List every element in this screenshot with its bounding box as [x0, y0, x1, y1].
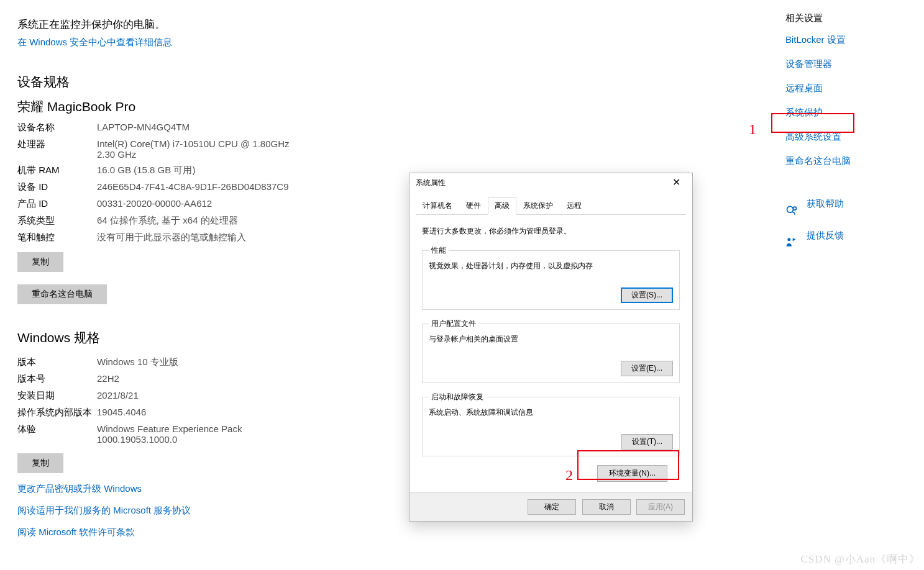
change-product-key-link[interactable]: 更改产品密钥或升级 Windows	[17, 483, 403, 495]
label-product-id: 产品 ID	[17, 196, 97, 212]
value-experience: Windows Feature Experience Pack 1000.190…	[97, 421, 258, 447]
tab-advanced[interactable]: 高级	[488, 197, 516, 215]
value-install-date: 2021/8/21	[97, 387, 258, 404]
value-edition: Windows 10 专业版	[97, 354, 258, 371]
help-icon	[785, 204, 798, 217]
value-build: 19045.4046	[97, 404, 258, 421]
value-cpu: Intel(R) Core(TM) i7-10510U CPU @ 1.80GH…	[97, 136, 296, 162]
security-center-link[interactable]: 在 Windows 安全中心中查看详细信息	[17, 37, 172, 48]
tab-remote[interactable]: 远程	[560, 197, 588, 215]
advanced-system-settings-link[interactable]: 高级系统设置	[785, 131, 910, 143]
device-product-name: 荣耀 MagicBook Pro	[17, 98, 403, 115]
user-profile-group: 用户配置文件 与登录帐户相关的桌面设置 设置(E)...	[422, 319, 680, 383]
label-version: 版本号	[17, 371, 97, 387]
label-device-id: 设备 ID	[17, 179, 97, 196]
rename-pc-button[interactable]: 重命名这台电脑	[17, 284, 107, 304]
label-install-date: 安装日期	[17, 387, 97, 404]
system-properties-dialog: 系统属性 ✕ 计算机名 硬件 高级 系统保护 远程 要进行大多数更改，你必须作为…	[409, 173, 693, 522]
system-protection-link[interactable]: 系统保护	[785, 107, 910, 119]
svg-point-1	[794, 207, 797, 210]
value-product-id: 00331-20020-00000-AA612	[97, 196, 296, 212]
label-ram: 机带 RAM	[17, 162, 97, 179]
label-system-type: 系统类型	[17, 212, 97, 229]
watermark: CSDN @小Aan《啊中》	[800, 552, 920, 566]
performance-desc: 视觉效果，处理器计划，内存使用，以及虚拟内存	[429, 261, 673, 271]
environment-variables-button[interactable]: 环境变量(N)...	[597, 465, 667, 482]
label-edition: 版本	[17, 354, 97, 371]
give-feedback-link[interactable]: 提供反馈	[807, 230, 844, 242]
device-spec-heading: 设备规格	[17, 73, 403, 91]
label-build: 操作系统内部版本	[17, 404, 97, 421]
annotation-label-2: 2	[565, 467, 573, 484]
tab-system-protection[interactable]: 系统保护	[516, 197, 560, 215]
device-manager-link[interactable]: 设备管理器	[785, 58, 910, 70]
svg-point-2	[787, 238, 790, 241]
label-device-name: 设备名称	[17, 119, 97, 136]
label-pen-touch: 笔和触控	[17, 229, 97, 246]
value-device-name: LAPTOP-MN4GQ4TM	[97, 119, 296, 136]
bitlocker-link[interactable]: BitLocker 设置	[785, 34, 910, 46]
user-profile-legend: 用户配置文件	[429, 319, 478, 329]
close-icon[interactable]: ✕	[664, 177, 688, 188]
tab-computer-name[interactable]: 计算机名	[416, 197, 459, 215]
rename-pc-link[interactable]: 重命名这台电脑	[785, 155, 910, 167]
startup-recovery-settings-button[interactable]: 设置(T)...	[621, 434, 673, 450]
startup-recovery-legend: 启动和故障恢复	[429, 392, 486, 402]
apply-button[interactable]: 应用(A)	[636, 499, 685, 515]
performance-settings-button[interactable]: 设置(S)...	[621, 287, 673, 303]
user-profile-settings-button[interactable]: 设置(E)...	[621, 361, 673, 376]
copy-windows-spec-button[interactable]: 复制	[17, 453, 63, 473]
cancel-button[interactable]: 取消	[582, 499, 631, 515]
related-settings-heading: 相关设置	[785, 12, 910, 24]
performance-legend: 性能	[429, 245, 449, 256]
value-pen-touch: 没有可用于此显示器的笔或触控输入	[97, 229, 296, 246]
services-agreement-link[interactable]: 阅读适用于我们服务的 Microsoft 服务协议	[17, 505, 403, 517]
startup-recovery-desc: 系统启动、系统故障和调试信息	[429, 407, 673, 418]
windows-spec-heading: Windows 规格	[17, 329, 403, 346]
remote-desktop-link[interactable]: 远程桌面	[785, 83, 910, 94]
device-spec-table: 设备名称LAPTOP-MN4GQ4TM 处理器Intel(R) Core(TM)…	[17, 119, 296, 246]
label-experience: 体验	[17, 421, 97, 447]
tab-hardware[interactable]: 硬件	[459, 197, 488, 215]
user-profile-desc: 与登录帐户相关的桌面设置	[429, 334, 673, 345]
protection-status: 系统正在监控并保护你的电脑。	[17, 17, 403, 32]
ok-button[interactable]: 确定	[528, 499, 576, 515]
value-device-id: 246E65D4-7F41-4C8A-9D1F-26BD04D837C9	[97, 179, 296, 196]
get-help-link[interactable]: 获取帮助	[807, 198, 844, 210]
dialog-title: 系统属性	[416, 178, 664, 188]
startup-recovery-group: 启动和故障恢复 系统启动、系统故障和调试信息 设置(T)...	[422, 392, 680, 456]
copy-device-spec-button[interactable]: 复制	[17, 252, 63, 272]
windows-spec-table: 版本Windows 10 专业版 版本号22H2 安装日期2021/8/21 操…	[17, 354, 258, 447]
admin-note: 要进行大多数更改，你必须作为管理员登录。	[422, 226, 680, 237]
value-version: 22H2	[97, 371, 258, 387]
feedback-icon	[785, 236, 798, 248]
performance-group: 性能 视觉效果，处理器计划，内存使用，以及虚拟内存 设置(S)...	[422, 245, 680, 310]
value-ram: 16.0 GB (15.8 GB 可用)	[97, 162, 296, 179]
label-cpu: 处理器	[17, 136, 97, 162]
annotation-label-1: 1	[749, 121, 756, 138]
license-terms-link[interactable]: 阅读 Microsoft 软件许可条款	[17, 527, 403, 538]
value-system-type: 64 位操作系统, 基于 x64 的处理器	[97, 212, 296, 229]
